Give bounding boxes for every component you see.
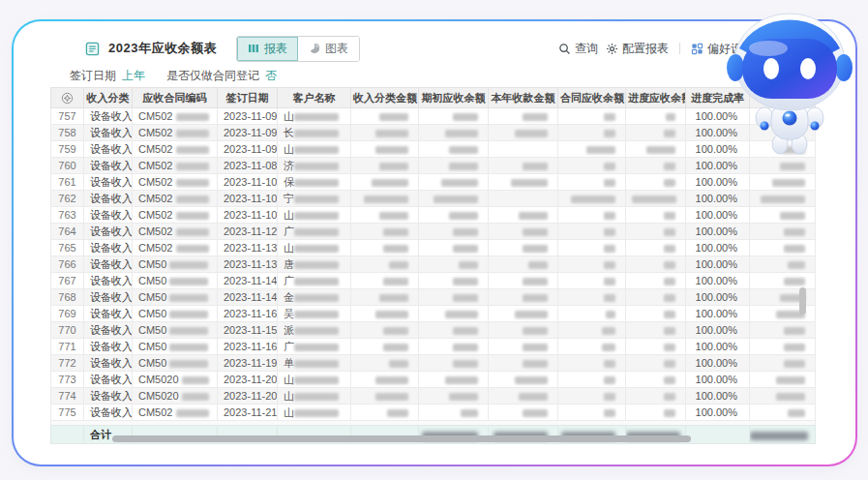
redacted-value [169, 261, 208, 269]
extra-column-cell [750, 158, 816, 174]
tab-chart[interactable]: 图表 [298, 37, 359, 61]
redacted-value [523, 245, 548, 253]
row-number-cell: 758 [51, 125, 84, 141]
row-number-cell: 766 [51, 256, 84, 273]
redacted-value [294, 360, 339, 368]
redacted-value [664, 327, 675, 335]
header-income-category[interactable]: 收入分类 [84, 88, 133, 108]
contract-balance-cell [558, 388, 626, 405]
report-table: 收入分类 应收合同编码 签订日期 客户名称 收入分类金额 期初应收余额 本年收款… [50, 87, 816, 444]
table-row[interactable]: 770设备收入CM50 2023-11-15派100.00% [51, 322, 816, 339]
table-row[interactable]: 767设备收入CM50 2023-11-14广100.00% [51, 273, 816, 289]
customer-name-cell: 广 [278, 339, 351, 355]
header-progress-balance[interactable]: 进度应收余额 [626, 88, 686, 108]
year-received-cell [489, 339, 558, 355]
vertical-scrollbar[interactable] [799, 287, 806, 315]
progress-rate-cell: 100.00% [686, 158, 750, 174]
redacted-value [294, 228, 339, 236]
customer-name-cell: 吴 [278, 306, 351, 322]
progress-rate-cell: 100.00% [686, 256, 750, 273]
income-amount-cell [351, 339, 419, 355]
redacted-value [664, 311, 675, 318]
opening-balance-cell [419, 289, 489, 306]
header-hidden-column[interactable] [750, 88, 816, 108]
table-row[interactable]: 757设备收入CM502 2023-11-09山100.00% [51, 108, 816, 125]
redacted-value [784, 327, 805, 335]
header-contract-balance[interactable]: 合同应收余额 [558, 88, 626, 108]
table-row[interactable]: 773设备收入CM5020 2023-11-20山100.00% [51, 372, 816, 388]
redacted-value [664, 393, 675, 401]
table-row[interactable]: 759设备收入CM502 2023-11-09山100.00% [51, 141, 816, 158]
table-row[interactable]: 762设备收入CM502 2023-11-10宁100.00% [51, 191, 816, 207]
column-settings-header[interactable] [51, 88, 84, 108]
query-button[interactable]: 查询 [558, 41, 598, 57]
redacted-value [294, 344, 339, 351]
header-opening-balance[interactable]: 期初应收余额 [419, 88, 489, 108]
header-income-amount[interactable]: 收入分类金额 [351, 88, 419, 108]
income-amount-cell [351, 273, 419, 289]
table-row[interactable]: 763设备收入CM502 2023-11-10山100.00% [51, 207, 816, 224]
income-amount-cell [351, 174, 419, 191]
redacted-value [453, 344, 478, 351]
redacted-value [389, 261, 408, 269]
search-icon [558, 43, 571, 55]
total-extra-column-cell [750, 426, 816, 444]
redacted-value [788, 409, 805, 417]
table-row[interactable]: 769设备收入CM50 2023-11-16吴100.00% [51, 306, 816, 322]
row-number-cell: 764 [51, 224, 84, 240]
opening-balance-cell [419, 355, 489, 372]
header-year-received[interactable]: 本年收款金额 [489, 88, 558, 108]
opening-balance-cell [419, 108, 489, 125]
contract-code-cell: CM502 [133, 224, 218, 240]
preferences-button[interactable]: 偏好设置 [691, 41, 754, 57]
table-row[interactable]: 765设备收入CM502 2023-11-13山100.00% [51, 240, 816, 256]
redacted-value [294, 409, 339, 417]
redacted-value [515, 130, 548, 137]
header-sign-date[interactable]: 签订日期 [218, 88, 278, 108]
redacted-value [294, 278, 339, 285]
configure-report-button[interactable]: 配置报表 [606, 41, 669, 57]
row-number-cell: 762 [51, 191, 84, 207]
contract-code-cell: CM50 [133, 256, 218, 273]
redacted-value [523, 360, 548, 368]
table-row[interactable]: 772设备收入CM50 2023-11-19单100.00% [51, 355, 816, 372]
table-row[interactable]: 758设备收入CM502 2023-11-09长100.00% [51, 125, 816, 141]
contract-balance-cell [558, 322, 626, 339]
filter-sign-date-value[interactable]: 上年 [122, 68, 145, 84]
redacted-value [387, 409, 408, 417]
redacted-value [182, 393, 209, 401]
filter-contract-registration-value[interactable]: 否 [265, 68, 277, 84]
redacted-value [176, 179, 209, 187]
header-contract-code[interactable]: 应收合同编码 [133, 88, 218, 108]
redacted-value [294, 294, 339, 302]
customer-name-cell: 长 [278, 125, 351, 141]
refresh-button[interactable]: 刷新 [776, 41, 816, 57]
table-row[interactable]: 774设备收入CM5020 2023-11-20山100.00% [51, 388, 816, 405]
redacted-value [523, 409, 548, 417]
redacted-value [604, 130, 615, 137]
table-row[interactable]: 768设备收入CM50 2023-11-14金100.00% [51, 289, 816, 306]
table-row[interactable]: 764设备收入CM502 2023-11-12广100.00% [51, 224, 816, 240]
progress-balance-cell [626, 125, 686, 141]
extra-column-cell [750, 191, 816, 207]
tab-report[interactable]: 报表 [237, 37, 298, 61]
horizontal-scrollbar[interactable] [112, 435, 691, 442]
table-row[interactable]: 766设备收入CM50 2023-11-13唐100.00% [51, 256, 816, 273]
income-amount-cell [351, 191, 419, 207]
contract-code-cell: CM5020 [133, 388, 218, 405]
print-button[interactable] [823, 43, 836, 55]
row-number-cell: 769 [51, 306, 84, 322]
income-category-cell: 设备收入 [84, 273, 133, 289]
redacted-value [383, 344, 408, 351]
table-row[interactable]: 775设备收入CM502 2023-11-21山100.00% [51, 405, 816, 421]
progress-balance-cell [626, 191, 686, 207]
table-row[interactable]: 761设备收入CM502 2023-11-10保100.00% [51, 174, 816, 191]
income-category-cell: 设备收入 [84, 191, 133, 207]
redacted-value [453, 294, 478, 302]
redacted-value [604, 228, 615, 236]
header-customer-name[interactable]: 客户名称 [278, 88, 351, 108]
table-row[interactable]: 771设备收入CM50 2023-11-16广100.00% [51, 339, 816, 355]
header-progress-rate[interactable]: 进度完成率 [686, 88, 750, 108]
table-row[interactable]: 760设备收入CM502 2023-11-08济100.00% [51, 158, 816, 174]
progress-balance-cell [626, 224, 686, 240]
